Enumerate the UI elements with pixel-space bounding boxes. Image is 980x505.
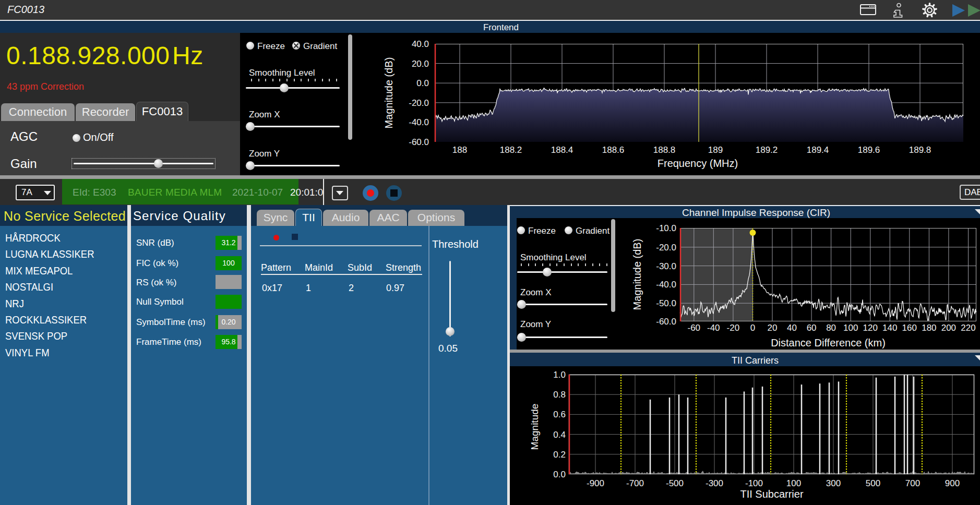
svg-text:-40.0: -40.0 (409, 117, 429, 127)
svg-text:-60: -60 (688, 323, 701, 333)
svg-text:300: 300 (826, 478, 841, 488)
svg-text:189.2: 189.2 (756, 145, 778, 155)
svg-text:0.0: 0.0 (416, 78, 429, 88)
svg-text:-700: -700 (626, 478, 644, 488)
svg-text:-100: -100 (745, 478, 763, 488)
svg-text:40.0: 40.0 (412, 39, 429, 49)
svg-text:-40: -40 (707, 323, 720, 333)
svg-text:1.0: 1.0 (553, 370, 566, 380)
svg-text:188.4: 188.4 (551, 145, 573, 155)
svg-text:189.6: 189.6 (858, 145, 880, 155)
svg-text:188.6: 188.6 (602, 145, 625, 155)
svg-text:-300: -300 (706, 478, 723, 488)
svg-text:188.2: 188.2 (500, 145, 522, 155)
svg-text:200: 200 (941, 323, 956, 333)
svg-text:120: 120 (863, 323, 878, 333)
svg-text:TII Subcarrier: TII Subcarrier (740, 488, 803, 500)
svg-text:100: 100 (843, 323, 858, 333)
svg-text:188: 188 (452, 145, 467, 155)
svg-text:80: 80 (826, 323, 836, 333)
svg-text:160: 160 (902, 323, 917, 333)
svg-text:0.8: 0.8 (553, 390, 566, 400)
svg-text:-60.0: -60.0 (409, 137, 429, 147)
svg-text:Magnitude: Magnitude (529, 404, 540, 450)
svg-text:-30.0: -30.0 (656, 261, 676, 271)
svg-text:0.0: 0.0 (553, 470, 566, 479)
svg-text:-20.0: -20.0 (656, 243, 676, 252)
svg-text:220: 220 (961, 323, 975, 333)
svg-text:60: 60 (807, 323, 817, 333)
svg-text:180: 180 (922, 323, 936, 333)
svg-text:Distance Difference (km): Distance Difference (km) (771, 337, 886, 348)
svg-text:-60.0: -60.0 (656, 317, 676, 327)
svg-text:-50.0: -50.0 (656, 298, 676, 308)
svg-text:500: 500 (866, 478, 880, 488)
svg-text:Magnitude (dB): Magnitude (dB) (383, 57, 395, 129)
svg-text:-500: -500 (666, 478, 684, 488)
svg-text:-20: -20 (727, 323, 740, 333)
svg-text:100: 100 (786, 478, 801, 488)
svg-text:0.4: 0.4 (553, 430, 566, 440)
svg-text:189.4: 189.4 (807, 145, 829, 155)
svg-text:900: 900 (945, 478, 960, 488)
svg-text:189.8: 189.8 (909, 145, 931, 155)
svg-text:-40.0: -40.0 (656, 280, 676, 290)
svg-text:0.6: 0.6 (553, 410, 566, 419)
svg-text:Frequency (MHz): Frequency (MHz) (658, 158, 738, 169)
svg-text:700: 700 (905, 478, 920, 488)
svg-text:-20.0: -20.0 (409, 98, 429, 108)
svg-text:20.0: 20.0 (412, 59, 429, 69)
svg-text:40: 40 (787, 323, 797, 333)
svg-text:-10.0: -10.0 (656, 223, 676, 233)
svg-text:20: 20 (768, 323, 778, 333)
svg-text:Magnitude (dB): Magnitude (dB) (631, 239, 643, 310)
svg-text:-900: -900 (587, 478, 604, 488)
svg-text:140: 140 (882, 323, 897, 333)
svg-text:188.8: 188.8 (653, 145, 676, 155)
svg-text:0.2: 0.2 (553, 450, 566, 460)
svg-text:0: 0 (750, 323, 755, 333)
svg-text:189: 189 (708, 145, 723, 155)
